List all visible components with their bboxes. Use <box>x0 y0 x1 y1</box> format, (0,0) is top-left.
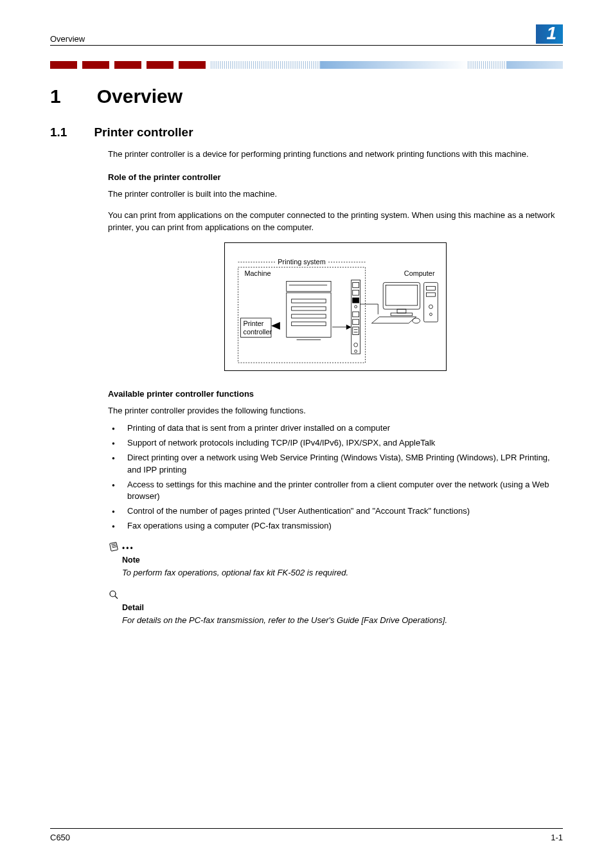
copier-icon <box>287 282 331 340</box>
svg-rect-20 <box>353 312 359 317</box>
svg-rect-31 <box>397 309 406 313</box>
svg-point-37 <box>429 305 433 309</box>
note-icon <box>108 541 120 556</box>
intro-paragraph: The printer controller is a device for p… <box>108 149 563 161</box>
svg-rect-34 <box>424 283 438 322</box>
svg-rect-22 <box>353 327 359 335</box>
svg-rect-5 <box>287 293 331 338</box>
heading-2-number: 1.1 <box>50 125 67 140</box>
chapter-badge: 1 <box>536 24 563 44</box>
svg-rect-21 <box>353 320 359 325</box>
svg-point-19 <box>355 305 357 308</box>
functions-heading: Available printer controller functions <box>108 389 563 399</box>
heading-1-title: Overview <box>97 86 182 107</box>
svg-point-33 <box>413 318 420 323</box>
svg-rect-11 <box>292 322 326 326</box>
svg-marker-4 <box>271 322 280 330</box>
computer-icon <box>371 283 438 323</box>
detail-callout: Detail For details on the PC-fax transmi… <box>108 589 563 626</box>
svg-rect-0 <box>238 267 366 363</box>
list-item: Printing of data that is sent from a pri… <box>108 422 563 435</box>
svg-rect-16 <box>353 283 359 288</box>
page: Overview 1 1 Overview 1.1 Printer contro… <box>0 0 613 868</box>
svg-marker-14 <box>346 325 351 330</box>
note-title: Note <box>122 556 563 565</box>
diagram-computer-label: Computer <box>404 270 435 278</box>
svg-rect-32 <box>391 313 413 316</box>
functions-list: Printing of data that is sent from a pri… <box>108 422 563 532</box>
svg-point-38 <box>430 313 432 316</box>
list-item: Support of network protocols including T… <box>108 437 563 449</box>
footer-right: 1-1 <box>551 833 563 842</box>
role-heading: Role of the printer controller <box>108 172 563 182</box>
svg-rect-18 <box>353 298 359 303</box>
note-dots-icon: ••• <box>122 544 134 553</box>
decorative-band <box>50 61 563 69</box>
note-body: To perform fax operations, optional fax … <box>122 567 563 579</box>
running-head: Overview 1 <box>50 24 563 46</box>
detail-title: Detail <box>122 603 563 612</box>
heading-2: 1.1 Printer controller <box>50 125 563 140</box>
svg-rect-6 <box>287 282 331 292</box>
diagram-heading: Printing system <box>278 258 325 266</box>
diagram-printer-line2: controller <box>243 328 272 336</box>
svg-rect-30 <box>386 285 417 306</box>
svg-point-26 <box>355 350 357 353</box>
list-item: Direct printing over a network using Web… <box>108 452 563 476</box>
detail-body: For details on the PC-fax transmission, … <box>122 615 563 626</box>
role-p2: You can print from applications on the c… <box>108 210 563 234</box>
role-p1: The printer controller is built into the… <box>108 188 563 201</box>
svg-line-44 <box>115 596 118 599</box>
svg-rect-9 <box>292 307 326 311</box>
diagram-svg: Printing system Machine Printer controll… <box>225 243 446 370</box>
functions-lead: The printer controller provides the foll… <box>108 405 563 417</box>
svg-line-41 <box>112 545 116 547</box>
diagram-machine-label: Machine <box>244 270 271 278</box>
body-column: The printer controller is a device for p… <box>108 149 563 626</box>
heading-1-number: 1 <box>50 86 61 107</box>
heading-1: 1 Overview <box>50 86 563 107</box>
page-footer: C650 1-1 <box>50 828 563 842</box>
svg-rect-36 <box>427 293 436 297</box>
running-head-text: Overview <box>50 34 85 44</box>
diagram-printer-line1: Printer <box>243 320 263 327</box>
hub-icon <box>351 280 360 354</box>
footer-left: C650 <box>50 833 70 842</box>
diagram-container: Printing system Machine Printer controll… <box>108 242 563 371</box>
svg-rect-17 <box>353 291 359 296</box>
printing-system-diagram: Printing system Machine Printer controll… <box>224 242 447 371</box>
svg-point-43 <box>110 591 116 597</box>
note-callout: ••• Note To perform fax operations, opti… <box>108 541 563 579</box>
svg-point-25 <box>354 343 358 347</box>
svg-rect-10 <box>292 314 326 318</box>
list-item: Fax operations using a computer (PC-fax … <box>108 520 563 532</box>
svg-line-42 <box>112 547 117 548</box>
list-item: Access to settings for this machine and … <box>108 479 563 503</box>
svg-rect-35 <box>427 287 436 291</box>
svg-line-40 <box>111 544 116 545</box>
list-item: Control of the number of pages printed (… <box>108 505 563 518</box>
magnifier-icon <box>108 589 120 603</box>
svg-rect-8 <box>292 299 326 303</box>
heading-2-title: Printer controller <box>94 125 193 140</box>
